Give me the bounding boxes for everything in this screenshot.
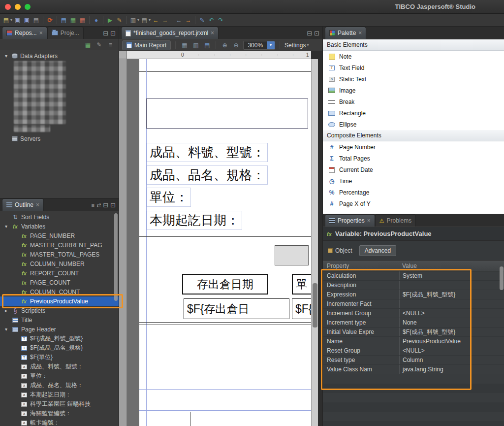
outline-item-sort-fields[interactable]: Sort Fields [0, 212, 119, 222]
zoom-level-combo[interactable]: 300% ▾ [243, 41, 275, 50]
close-icon[interactable] [367, 217, 371, 224]
tab-project-explorer[interactable]: Proje... [47, 27, 84, 39]
run-report-icon[interactable]: ▶ [106, 16, 114, 24]
property-value[interactable]: None [399, 318, 504, 327]
save-all-icon[interactable]: ▣ [23, 16, 31, 24]
dataset-dropdown-icon[interactable]: ▾ [137, 18, 139, 22]
new-wizard-icon[interactable]: ▤ [2, 16, 10, 24]
outline-item-variable[interactable]: MASTER_CURRENT_PAG [0, 240, 119, 250]
palette-section-composite[interactable]: Composite Elements [323, 130, 504, 141]
static-text-element[interactable]: 本期起訖日期： [147, 211, 242, 230]
tree-item-data-adapters[interactable]: Data Adapters [0, 51, 119, 61]
redo-icon[interactable]: ↷ [217, 16, 225, 24]
next-edit-icon[interactable]: → [184, 16, 192, 24]
tab-palette[interactable]: Palette [325, 27, 366, 39]
main-report-tab[interactable]: Main Report [122, 40, 171, 50]
canvas-scrollbar[interactable] [311, 59, 318, 426]
property-value[interactable]: System [399, 271, 504, 280]
maximize-view-icon[interactable] [314, 30, 319, 37]
property-value[interactable]: $F{成品_料號_型號} [399, 290, 504, 299]
outline-scrollbar[interactable] [114, 213, 118, 301]
outline-item-textfield[interactable]: $F{成品_品名_規格} [0, 343, 119, 353]
canvas-scrollbar-thumb[interactable] [313, 283, 317, 328]
band-separator[interactable] [139, 325, 311, 325]
property-row-description[interactable]: Description [323, 281, 504, 290]
table-view-icon[interactable]: ▦ [180, 41, 189, 49]
maximize-view-icon[interactable] [110, 201, 116, 209]
table-header-cell[interactable]: 存出倉日期 [182, 274, 268, 295]
save-icon[interactable]: ▣ [13, 16, 22, 24]
static-text-element[interactable]: 單位： [147, 188, 191, 207]
table-header-cell[interactable]: 單 [292, 274, 311, 295]
minimize-window-button[interactable] [15, 4, 21, 10]
outline-item-statictext[interactable]: 成品、料號、型號： [0, 362, 119, 371]
view-menu-icon[interactable] [106, 40, 115, 49]
edit-adapter-icon[interactable]: ✎ [95, 40, 103, 49]
zoom-window-button[interactable] [25, 4, 31, 10]
palette-section-basic[interactable]: Basic Elements [323, 39, 504, 51]
outline-item-page-header[interactable]: Page Header [0, 325, 119, 334]
palette-item-image[interactable]: Image [323, 85, 504, 96]
property-row-increment-group[interactable]: Increment Group<NULL> [323, 309, 504, 318]
tab-properties[interactable]: Properties [325, 214, 375, 227]
property-row-reset-group[interactable]: Reset Group<NULL> [323, 346, 504, 356]
outline-item-previousproductvalue-selected[interactable]: PreviousProductValue [0, 296, 119, 306]
outline-item-textfield[interactable]: $F{成品_料號_型號} [0, 334, 119, 343]
property-row-initial-value-expression[interactable]: Initial Value Expre$F{成品_料號_型號} [323, 328, 504, 337]
close-icon[interactable] [36, 201, 39, 208]
new-wizard-dropdown-icon[interactable]: ▾ [10, 18, 12, 22]
minimize-view-icon[interactable] [103, 30, 108, 37]
outline-item-statictext[interactable]: 單位： [0, 371, 119, 381]
settings-dropdown-icon[interactable]: ▾ [307, 43, 309, 47]
chevron-right-icon[interactable] [3, 308, 9, 313]
property-row-value-class-name[interactable]: Value Class Namjava.lang.String [323, 365, 504, 374]
band-separator[interactable] [139, 71, 311, 72]
palette-item-text-field[interactable]: Text Field [323, 62, 504, 73]
outline-item-scriptlets[interactable]: Scriptlets [0, 306, 119, 315]
palette-item-static-text[interactable]: Static Text [323, 73, 504, 85]
palette-item-total-pages[interactable]: ΣTotal Pages [323, 153, 504, 164]
tab-problems[interactable]: Problems [375, 214, 416, 227]
palette-item-page-number[interactable]: #Page Number [323, 141, 504, 153]
outline-item-variable[interactable]: PAGE_NUMBER [0, 231, 119, 240]
band-tool-icon[interactable]: ▤ [140, 16, 149, 24]
book-preview-icon[interactable]: ▤ [203, 41, 211, 49]
property-value[interactable]: <NULL> [399, 346, 504, 355]
property-row-incrementer-factory[interactable]: Incrementer Fact [323, 299, 504, 309]
property-row-increment-type[interactable]: Increment typeNone [323, 318, 504, 328]
outline-item-variable[interactable]: COLUMN_COUNT [0, 287, 119, 296]
property-value[interactable]: $F{成品_料號_型號} [399, 328, 504, 336]
palette-item-time[interactable]: ◷Time [323, 175, 504, 187]
outline-item-variable[interactable]: PAGE_COUNT [0, 278, 119, 287]
palette-item-current-date[interactable]: Current Date [323, 164, 504, 175]
chevron-down-icon[interactable] [3, 53, 9, 59]
property-row-calculation[interactable]: CalculationSystem [323, 271, 504, 281]
tree-item-servers[interactable]: Servers [0, 134, 119, 143]
nav-forward-icon[interactable]: → [161, 16, 169, 24]
property-value[interactable] [399, 299, 504, 308]
tab-repository-explorer[interactable]: Repos... [2, 27, 47, 39]
property-row-name[interactable]: NamePreviousProductValue [323, 337, 504, 346]
band-dropdown-icon[interactable]: ▾ [149, 18, 151, 22]
dataset-icon[interactable]: ▥ [129, 16, 137, 24]
property-value[interactable]: <NULL> [399, 309, 504, 318]
outline-item-statictext[interactable]: 成品、品名、規格： [0, 381, 119, 390]
settings-button[interactable]: Settings ▾ [284, 42, 309, 49]
static-text-element[interactable]: 成品、品名、規格： [147, 165, 268, 185]
property-value[interactable]: java.lang.String [399, 365, 504, 374]
band-separator[interactable] [139, 322, 311, 323]
palette-item-note[interactable]: Note [323, 51, 504, 62]
palette-item-percentage[interactable]: %Percentage [323, 187, 504, 198]
outline-item-variable[interactable]: MASTER_TOTAL_PAGES [0, 250, 119, 259]
table-create-icon[interactable]: ▦ [69, 16, 77, 24]
outline-item-title[interactable]: Title [0, 315, 119, 325]
minimize-view-icon[interactable] [307, 30, 312, 37]
nav-back-icon[interactable]: ← [152, 16, 160, 24]
band-separator[interactable] [139, 236, 311, 237]
tab-object[interactable]: Object [328, 247, 352, 254]
palette-item-ellipse[interactable]: Ellipse [323, 119, 504, 130]
outline-item-statictext[interactable]: 科學工業園區 鎧暘科技 [0, 399, 119, 409]
collapse-all-icon[interactable]: ▦ [84, 40, 92, 49]
palette-item-page-x-of-y[interactable]: #Page X of Y [323, 198, 504, 209]
close-icon[interactable] [211, 30, 214, 36]
